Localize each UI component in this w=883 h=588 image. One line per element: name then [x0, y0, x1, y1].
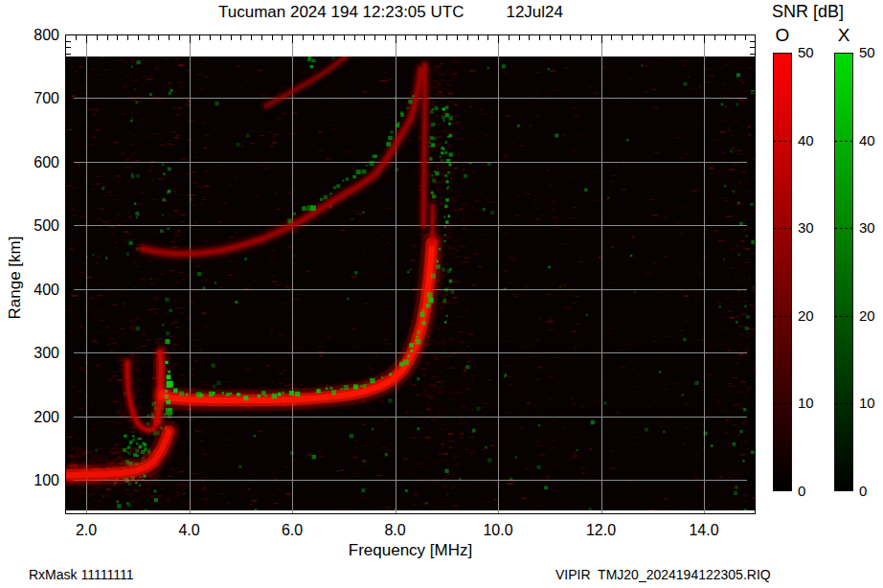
- x-axis-label: Frequency [MHz]: [65, 541, 756, 560]
- y-tick-label: 300: [13, 345, 59, 362]
- x-tick-label: 6.0: [269, 522, 315, 539]
- y-tick-label: 700: [13, 90, 59, 107]
- colorbar-tick-dash: [773, 316, 792, 317]
- x-tick-label: 10.0: [475, 522, 521, 539]
- datafile-text: VIPIR TMJ20_2024194122305.RIQ: [555, 567, 771, 582]
- colorbar-tick-dash: [773, 228, 792, 229]
- x-tick-label: 14.0: [681, 522, 727, 539]
- colorbar-x-gradient: [834, 53, 853, 491]
- colorbar-o-tick-label: 10: [798, 395, 814, 412]
- colorbar-tick-dash: [834, 228, 853, 229]
- rxmask-text: RxMask 11111111: [29, 567, 133, 582]
- ionogram-screen: Tucuman 2024 194 12:23:05 UTC 12Jul24 Ra…: [0, 0, 883, 588]
- x-tick-label: 4.0: [167, 522, 213, 539]
- colorbar-o-tick-label: 40: [798, 132, 814, 149]
- x-tick-label: 8.0: [373, 522, 419, 539]
- y-tick-label: 200: [13, 409, 59, 426]
- colorbar-tick-dash: [834, 141, 853, 142]
- title-row: Tucuman 2024 194 12:23:05 UTC 12Jul24: [218, 3, 563, 22]
- x-tick-label: 12.0: [578, 522, 624, 539]
- colorbar-o-gradient: [773, 53, 792, 491]
- y-tick-label: 400: [13, 282, 59, 299]
- colorbar-o-mode-label: O: [773, 25, 792, 46]
- plot-date: 12Jul24: [506, 3, 563, 22]
- colorbar-tick-dash: [773, 141, 792, 142]
- x-tick-label: 2.0: [63, 522, 109, 539]
- y-tick-label: 600: [13, 154, 59, 171]
- colorbar-tick-dash: [834, 403, 853, 404]
- plot-title: Tucuman 2024 194 12:23:05 UTC: [218, 3, 464, 22]
- y-axis-label: Range [km]: [6, 237, 25, 320]
- colorbar-x-mode-label: X: [834, 25, 853, 46]
- colorbar-x-tick-label: 10: [859, 395, 875, 412]
- colorbar-x-tick-label: 30: [859, 219, 875, 237]
- colorbar-o-tick-label: 50: [798, 44, 814, 61]
- colorbar-tick-dash: [834, 316, 853, 317]
- colorbar-x-tick-label: 20: [859, 307, 875, 325]
- colorbar-x-tick-label: 0: [859, 483, 867, 500]
- y-tick-label: 100: [13, 472, 59, 489]
- colorbar-o-tick-label: 30: [798, 219, 814, 237]
- colorbar-x-tick-label: 50: [859, 44, 875, 61]
- colorbar-o-tick-label: 0: [798, 483, 805, 500]
- colorbar-tick-dash: [773, 403, 792, 404]
- colorbar-o-tick-label: 20: [798, 307, 814, 325]
- plot-frame: [65, 34, 756, 514]
- y-tick-label: 500: [13, 217, 59, 235]
- colorbar-title: SNR [dB]: [772, 2, 844, 22]
- ionogram-canvas: [66, 35, 755, 513]
- y-tick-label: 800: [13, 27, 59, 44]
- colorbar-x-tick-label: 40: [859, 132, 875, 149]
